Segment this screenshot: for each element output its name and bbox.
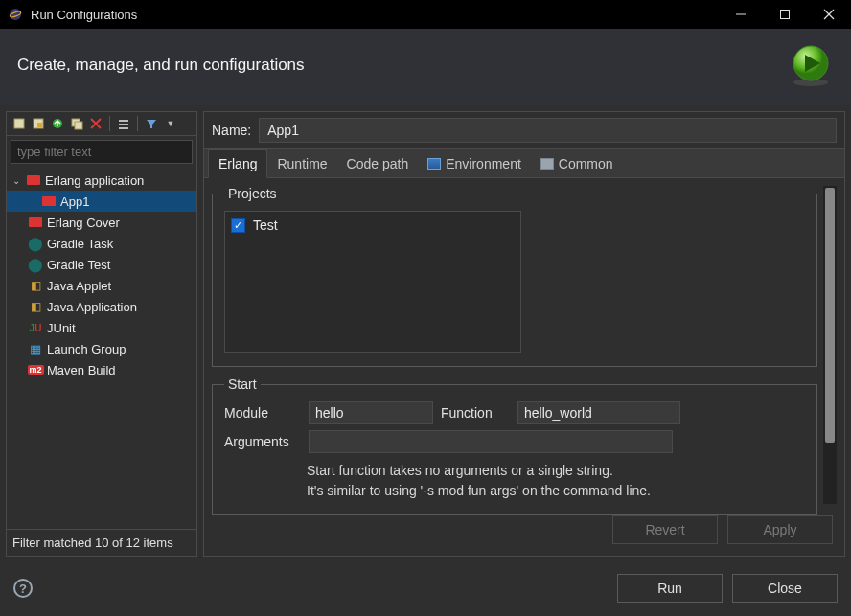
config-toolbar: ▼	[7, 112, 196, 136]
tree-item-gradle-task[interactable]: ⬤ Gradle Task	[7, 233, 196, 254]
function-input[interactable]	[518, 401, 680, 424]
close-button[interactable]: Close	[732, 574, 838, 603]
tree-item-java-applet[interactable]: ◧ Java Applet	[7, 275, 196, 296]
tree-label: Maven Build	[47, 363, 116, 377]
help-icon[interactable]: ?	[13, 579, 33, 598]
close-window-button[interactable]	[807, 0, 851, 29]
apply-button[interactable]: Apply	[727, 515, 833, 544]
common-icon	[540, 158, 554, 170]
java-icon: ◧	[28, 299, 43, 314]
start-hint: Start function takes no arguments or a s…	[307, 461, 805, 501]
new-prototype-icon[interactable]	[30, 115, 47, 132]
right-panel: Name: Erlang Runtime Code path Environme…	[203, 111, 845, 557]
header-title: Create, manage, and run configurations	[17, 56, 788, 75]
tree-item-erlang-application[interactable]: ⌄ Erlang application	[7, 170, 196, 191]
svg-rect-14	[75, 122, 82, 129]
tree-label: Gradle Test	[47, 258, 110, 272]
project-label: Test	[253, 217, 278, 233]
config-tree[interactable]: ⌄ Erlang application App1 Erlang Cover ⬤	[7, 168, 196, 529]
svg-rect-11	[37, 123, 42, 127]
launch-group-icon: ▦	[28, 341, 43, 356]
projects-group: Projects ✓ Test	[212, 186, 817, 367]
maven-icon: m2	[28, 362, 43, 377]
filter-menu-icon[interactable]: ▼	[162, 115, 179, 132]
filter-input[interactable]	[11, 140, 193, 164]
revert-button[interactable]: Revert	[612, 515, 718, 544]
arguments-label: Arguments	[224, 434, 301, 449]
checkbox-checked-icon[interactable]: ✓	[231, 218, 245, 233]
tree-item-app1[interactable]: App1	[7, 191, 196, 212]
minimize-button[interactable]	[719, 0, 763, 29]
footer: ? Run Close	[0, 562, 851, 616]
tree-item-erlang-cover[interactable]: Erlang Cover	[7, 212, 196, 233]
tree-label: Erlang Cover	[47, 216, 120, 230]
tree-item-java-application[interactable]: ◧ Java Application	[7, 296, 196, 317]
tree-label: Java Applet	[47, 279, 111, 293]
name-label: Name:	[212, 123, 251, 138]
title-bar: Run Configurations	[0, 0, 851, 29]
module-input[interactable]	[309, 401, 433, 424]
left-panel: ▼ ⌄ Erlang application App1 Erlang Co	[6, 111, 197, 557]
tree-item-launch-group[interactable]: ▦ Launch Group	[7, 338, 196, 359]
tab-erlang[interactable]: Erlang	[208, 149, 267, 178]
tab-runtime[interactable]: Runtime	[267, 149, 336, 177]
config-tabs: Erlang Runtime Code path Environment Com…	[204, 148, 844, 178]
tree-item-maven-build[interactable]: m2 Maven Build	[7, 359, 196, 380]
start-legend: Start	[224, 376, 261, 392]
duplicate-icon[interactable]	[68, 115, 85, 132]
tree-label: Java Application	[47, 300, 137, 314]
svg-rect-3	[781, 11, 790, 19]
tree-label: Gradle Task	[47, 237, 113, 251]
svg-marker-20	[147, 120, 156, 128]
name-input[interactable]	[259, 118, 837, 143]
eclipse-icon	[8, 7, 23, 22]
new-config-icon[interactable]	[11, 115, 28, 132]
filter-status: Filter matched 10 of 12 items	[7, 529, 196, 556]
delete-icon[interactable]	[87, 115, 104, 132]
export-icon[interactable]	[49, 115, 66, 132]
expand-all-icon[interactable]	[115, 115, 132, 132]
gradle-icon: ⬤	[28, 236, 43, 251]
tree-item-gradle-test[interactable]: ⬤ Gradle Test	[7, 254, 196, 275]
arguments-input[interactable]	[309, 430, 673, 453]
tree-label: App1	[60, 194, 89, 209]
java-icon: ◧	[28, 278, 43, 293]
svg-rect-17	[119, 120, 128, 122]
maximize-button[interactable]	[763, 0, 807, 29]
project-item-test[interactable]: ✓ Test	[231, 217, 515, 233]
header: Create, manage, and run configurations	[0, 29, 851, 105]
window-title: Run Configurations	[31, 8, 137, 22]
projects-legend: Projects	[224, 186, 281, 201]
chevron-down-icon[interactable]: ⌄	[11, 175, 22, 186]
gradle-icon: ⬤	[28, 257, 43, 272]
tab-environment[interactable]: Environment	[418, 149, 531, 177]
svg-rect-9	[14, 119, 24, 128]
run-orb-icon	[788, 42, 834, 88]
tree-label: Launch Group	[47, 342, 126, 356]
vertical-scrollbar[interactable]	[823, 186, 837, 504]
erlang-icon	[26, 172, 41, 188]
tree-item-junit[interactable]: JU JUnit	[7, 317, 196, 338]
tab-common[interactable]: Common	[531, 149, 623, 177]
erlang-icon	[41, 194, 57, 209]
scrollbar-thumb[interactable]	[825, 188, 835, 443]
run-button[interactable]: Run	[617, 574, 723, 603]
erlang-icon	[28, 215, 43, 230]
svg-rect-18	[119, 124, 128, 125]
environment-icon	[427, 158, 441, 170]
module-label: Module	[224, 405, 301, 421]
tree-label: Erlang application	[45, 173, 144, 188]
svg-rect-19	[119, 127, 128, 129]
projects-list[interactable]: ✓ Test	[224, 211, 521, 353]
tab-codepath[interactable]: Code path	[337, 149, 419, 177]
junit-icon: JU	[28, 320, 43, 335]
filter-icon[interactable]	[143, 115, 160, 132]
start-group: Start Module Function Arguments Start fu…	[212, 376, 817, 515]
tree-label: JUnit	[47, 321, 76, 335]
function-label: Function	[441, 405, 510, 421]
